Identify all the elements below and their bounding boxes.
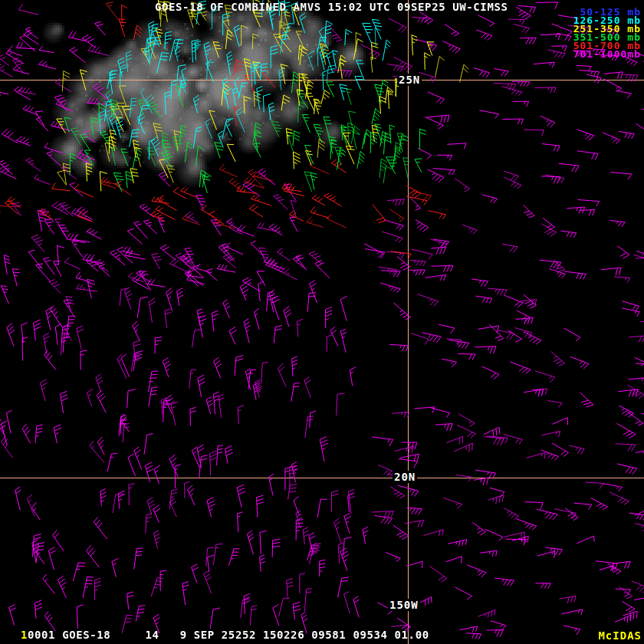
status-bar: 10001 GOES-18 14 9 SEP 25252 150226 0958… xyxy=(21,629,429,641)
grid-label-25n: 25N xyxy=(397,74,422,86)
grid-label-20n: 20N xyxy=(393,471,417,483)
frame-number: 1 xyxy=(21,629,28,641)
mcidas-brand-label: McIDAS xyxy=(598,629,642,642)
page-title: GOES-18 OF COMBINED AMVS 15:02 UTC 09SEP… xyxy=(155,1,508,13)
wind-barb-canvas xyxy=(0,0,644,644)
status-text: 0001 GOES-18 14 9 SEP 25252 150226 09581… xyxy=(28,629,429,641)
grid-label-150w: 150W xyxy=(388,599,420,611)
legend-item: 701-1000mb xyxy=(573,50,641,58)
pressure-level-legend: 50-125 mb 126-250 mb 251-350 mb 351-500 … xyxy=(573,8,641,58)
amv-map-screen: GOES-18 OF COMBINED AMVS 15:02 UTC 09SEP… xyxy=(0,0,644,644)
